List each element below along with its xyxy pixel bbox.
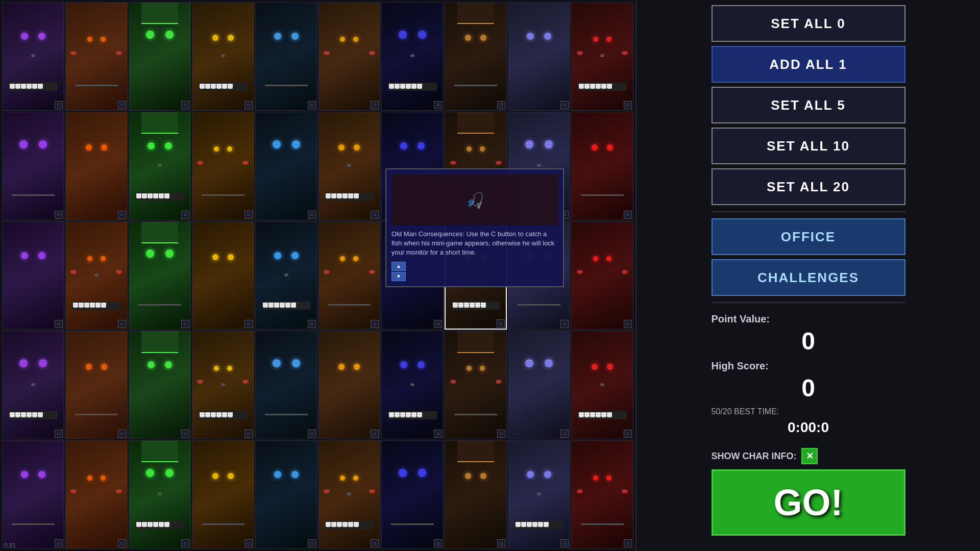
char-cell[interactable]: □ <box>571 2 633 111</box>
char-cell[interactable]: □ <box>255 112 317 220</box>
cell-badge: □ <box>624 539 632 547</box>
cell-badge: □ <box>181 211 189 219</box>
char-cell[interactable]: □ <box>192 440 254 549</box>
cell-badge: □ <box>497 539 505 547</box>
challenges-button[interactable]: CHALLENGES <box>712 259 905 296</box>
char-cell[interactable]: □ <box>129 2 191 111</box>
char-cell[interactable]: □ <box>255 440 317 549</box>
char-cell[interactable]: □ <box>445 2 507 111</box>
cell-badge: □ <box>181 539 189 547</box>
char-cell[interactable]: □ <box>445 440 507 549</box>
version-label: 0.91 <box>4 542 16 549</box>
char-cell[interactable]: □ <box>571 221 633 330</box>
cell-badge: □ <box>244 101 253 109</box>
show-char-label: SHOW CHAR INFO: <box>712 451 797 462</box>
char-cell[interactable]: □ <box>65 112 128 220</box>
cell-badge: □ <box>118 430 126 438</box>
char-cell[interactable]: □ <box>65 2 128 111</box>
char-cell[interactable]: □ <box>255 331 317 439</box>
cell-badge: □ <box>371 539 379 547</box>
best-time-value: 0:00:0 <box>788 419 829 435</box>
cell-badge: □ <box>371 320 379 328</box>
show-char-toggle[interactable]: ✕ <box>801 448 818 464</box>
char-cell[interactable]: □ <box>65 440 128 549</box>
char-cell[interactable]: □ <box>129 331 191 439</box>
cell-badge: □ <box>560 539 569 547</box>
char-cell[interactable]: □ <box>571 112 633 220</box>
cell-badge: □ <box>244 430 253 438</box>
char-cell[interactable]: □ <box>129 440 191 549</box>
cell-badge: □ <box>55 539 63 547</box>
cell-badge: □ <box>371 101 379 109</box>
char-cell[interactable]: □ <box>192 221 254 330</box>
tooltip-arrow-group[interactable]: ▲ ▼ <box>391 262 406 281</box>
high-score-row: High Score: <box>712 360 905 372</box>
set-all-20-button[interactable]: SET ALL 20 <box>712 168 905 205</box>
char-cell[interactable]: □ <box>192 2 254 111</box>
cell-badge: □ <box>308 430 316 438</box>
char-cell[interactable]: □ <box>381 440 444 549</box>
cell-badge: □ <box>118 320 126 328</box>
char-cell[interactable]: □ <box>318 221 381 330</box>
go-button[interactable]: GO! <box>712 469 905 536</box>
char-cell[interactable]: □ <box>318 2 381 111</box>
char-cell[interactable]: □ <box>65 221 128 330</box>
add-all-1-button[interactable]: ADD ALL 1 <box>712 46 905 83</box>
char-cell[interactable]: □ <box>129 112 191 220</box>
cell-badge: □ <box>560 101 569 109</box>
cell-badge: □ <box>624 430 632 438</box>
high-score-label: High Score: <box>712 360 769 372</box>
char-cell[interactable]: □ <box>318 440 381 549</box>
char-cell[interactable]: □ <box>508 331 570 439</box>
char-cell[interactable]: □ <box>571 440 633 549</box>
office-button[interactable]: OFFICE <box>712 218 905 255</box>
cell-badge: □ <box>118 539 126 547</box>
cell-badge: □ <box>497 430 505 438</box>
cell-badge: □ <box>371 430 379 438</box>
cell-badge: □ <box>560 430 569 438</box>
character-tooltip: 🎣 Old Man Consequences: Use the C button… <box>385 168 564 287</box>
char-cell[interactable]: □ <box>65 331 128 439</box>
cell-badge: □ <box>181 101 189 109</box>
cell-badge: □ <box>624 211 632 219</box>
char-cell[interactable]: □ <box>381 331 444 439</box>
cell-badge: □ <box>244 211 253 219</box>
tooltip-up-arrow[interactable]: ▲ <box>391 262 406 271</box>
cell-badge: □ <box>434 430 442 438</box>
set-all-10-button[interactable]: SET ALL 10 <box>712 128 905 164</box>
cell-badge: □ <box>434 320 442 328</box>
cell-badge: □ <box>55 211 63 219</box>
cell-badge: □ <box>55 101 63 109</box>
point-value: 0 <box>801 328 815 355</box>
char-cell[interactable]: □ <box>2 331 64 439</box>
char-cell[interactable]: □ <box>129 221 191 330</box>
char-cell[interactable]: □ <box>381 2 444 111</box>
char-cell[interactable]: □ <box>255 2 317 111</box>
char-cell[interactable]: □ <box>508 2 570 111</box>
char-cell[interactable]: □ <box>445 331 507 439</box>
char-cell[interactable]: □ <box>2 2 64 111</box>
cell-badge: □ <box>308 539 316 547</box>
cell-badge: □ <box>624 101 632 109</box>
cell-badge: □ <box>560 320 569 328</box>
tooltip-down-arrow[interactable]: ▼ <box>391 272 406 281</box>
char-cell[interactable]: □ <box>318 331 381 439</box>
char-cell[interactable]: □ <box>508 440 570 549</box>
set-all-0-button[interactable]: SET ALL 0 <box>712 5 905 42</box>
point-value-row: Point Value: <box>712 313 905 325</box>
char-cell[interactable]: □ <box>192 112 254 220</box>
char-cell[interactable]: □ <box>2 112 64 220</box>
char-cell[interactable]: □ <box>192 331 254 439</box>
cell-badge: □ <box>497 101 505 109</box>
char-cell[interactable]: □ <box>2 221 64 330</box>
char-cell[interactable]: □ <box>2 440 64 549</box>
cell-badge: □ <box>497 319 505 328</box>
char-cell[interactable]: □ <box>255 221 317 330</box>
tooltip-controls[interactable]: ▲ ▼ <box>391 262 558 281</box>
high-score-value: 0 <box>801 374 815 402</box>
char-cell[interactable]: □ <box>571 331 633 439</box>
cell-badge: □ <box>118 211 126 219</box>
set-all-5-button[interactable]: SET ALL 5 <box>712 87 905 123</box>
cell-badge: □ <box>308 211 316 219</box>
char-cell[interactable]: □ <box>318 112 381 220</box>
